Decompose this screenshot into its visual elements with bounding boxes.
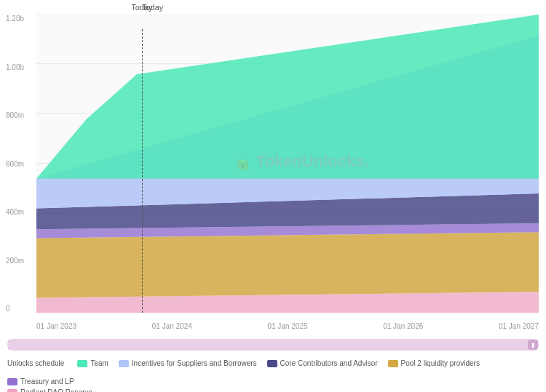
legend-row-2: Radiant DAO Reserve: [7, 388, 539, 392]
y-label-200m: 200m: [6, 257, 24, 265]
y-label-1b: 1.00b: [6, 63, 24, 71]
legend-color-core: [267, 360, 277, 367]
legend-label-treasury: Treasury and LP: [20, 377, 74, 385]
y-label-0: 0: [6, 305, 24, 313]
legend-area: Unlocks schedule Team Incentives for Sup…: [0, 355, 546, 392]
y-axis-labels: 0 200m 400m 600m 800m 1.00b 1.20b: [6, 15, 24, 313]
legend-label-radiant: Radiant DAO Reserve: [20, 388, 92, 392]
legend-color-incentives: [119, 360, 129, 367]
svg-marker-7: [36, 232, 539, 297]
scrollbar-thumb[interactable]: [7, 339, 539, 351]
scrollbar-track[interactable]: ▮ ▮: [7, 339, 539, 351]
x-label-2027: 01 Jan 2027: [499, 322, 539, 330]
y-label-800m: 800m: [6, 111, 24, 119]
x-label-2025: 01 Jan 2025: [267, 322, 307, 330]
legend-item-pool2: Pool 2 liquidity providers: [388, 359, 480, 367]
chart-area: 🔒 TokenUnlocks.: [36, 15, 539, 313]
legend-item-radiant: Radiant DAO Reserve: [7, 388, 92, 392]
legend-color-pool2: [388, 360, 398, 367]
legend-label-team: Team: [90, 359, 108, 367]
x-label-2024: 01 Jan 2024: [152, 322, 192, 330]
legend-row-1: Unlocks schedule Team Incentives for Sup…: [7, 359, 539, 385]
legend-item-team: Team: [77, 359, 108, 367]
today-line: [142, 29, 143, 313]
grid-svg: [36, 15, 539, 313]
svg-marker-11: [36, 15, 539, 179]
legend-title: Unlocks schedule: [7, 359, 64, 367]
y-label-120b: 1.20b: [6, 15, 24, 23]
scrollbar-area[interactable]: ▮ ▮: [0, 335, 546, 355]
legend-color-radiant: [7, 389, 17, 393]
legend-label-incentives: Incentives for Suppliers and Borrowers: [132, 359, 257, 367]
x-label-2023: 01 Jan 2023: [36, 322, 76, 330]
legend-item-treasury: Treasury and LP: [7, 377, 74, 385]
x-label-2026: 01 Jan 2026: [383, 322, 423, 330]
legend-label-core: Core Contributors and Advisor: [280, 359, 378, 367]
chart-container: Chart in UTC + 00:00 Time 0 200m 400m 60…: [0, 0, 546, 335]
legend-item-core: Core Contributors and Advisor: [267, 359, 378, 367]
legend-color-team: [77, 360, 87, 367]
y-label-400m: 400m: [6, 208, 24, 216]
y-label-600m: 600m: [6, 160, 24, 168]
legend-color-treasury: [7, 378, 17, 385]
legend-label-pool2: Pool 2 liquidity providers: [401, 359, 480, 367]
x-axis-labels: 01 Jan 2023 01 Jan 2024 01 Jan 2025 01 J…: [36, 322, 539, 330]
legend-item-incentives: Incentives for Suppliers and Borrowers: [119, 359, 257, 367]
today-label-pos: Today: [142, 3, 163, 12]
scrollbar-right-btn[interactable]: ▮: [528, 340, 538, 350]
